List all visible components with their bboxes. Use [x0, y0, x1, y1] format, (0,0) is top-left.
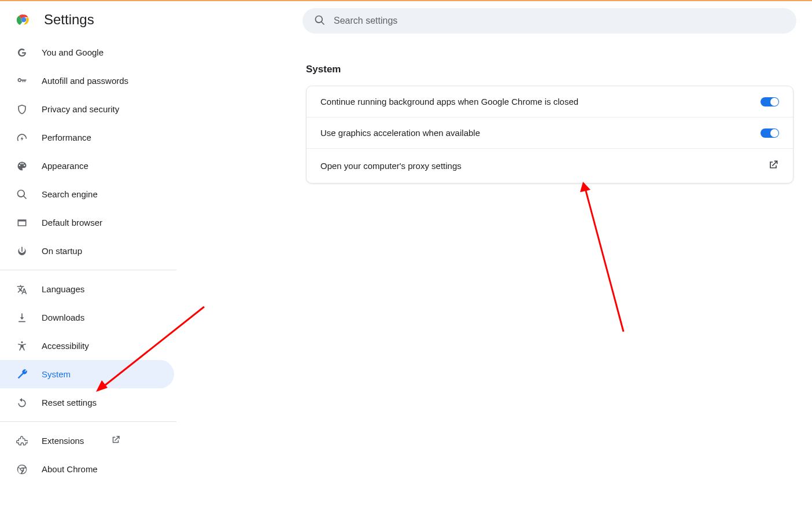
- sidebar-divider: [0, 270, 176, 270]
- sidebar-item-search-engine[interactable]: Search engine: [0, 180, 174, 208]
- sidebar-item-system[interactable]: System: [0, 360, 174, 388]
- sidebar-item-downloads[interactable]: Downloads: [0, 303, 174, 332]
- sidebar-item-accessibility[interactable]: Accessibility: [0, 332, 174, 360]
- toggle-graphics-acceleration[interactable]: [761, 128, 779, 138]
- row-proxy-settings[interactable]: Open your computer's proxy settings: [307, 149, 793, 183]
- wrench-icon: [16, 369, 28, 380]
- sidebar-item-label: Appearance: [42, 161, 88, 171]
- sidebar-item-privacy[interactable]: Privacy and security: [0, 95, 174, 123]
- translate-icon: [16, 284, 28, 295]
- sidebar-item-label: Languages: [42, 284, 84, 294]
- sidebar-item-default-browser[interactable]: Default browser: [0, 208, 174, 237]
- search-bar[interactable]: [302, 8, 796, 34]
- chrome-logo-icon: [16, 12, 31, 27]
- search-icon: [16, 189, 28, 200]
- search-input[interactable]: [334, 16, 785, 26]
- sidebar-item-you-google[interactable]: You and Google: [0, 38, 174, 67]
- sidebar-item-label: Performance: [42, 133, 91, 142]
- sidebar-item-autofill[interactable]: Autofill and passwords: [0, 67, 174, 95]
- sidebar-item-label: Downloads: [42, 313, 84, 322]
- palette-icon: [16, 160, 28, 172]
- settings-card: Continue running background apps when Go…: [306, 86, 793, 183]
- chrome-outline-icon: [16, 464, 28, 475]
- row-label: Use graphics acceleration when available: [320, 128, 480, 138]
- sidebar-item-reset[interactable]: Reset settings: [0, 388, 174, 417]
- sidebar-item-label: Extensions: [42, 436, 84, 446]
- sidebar-item-on-startup[interactable]: On startup: [0, 237, 174, 265]
- sidebar-item-label: Autofill and passwords: [42, 76, 128, 86]
- sidebar-item-appearance[interactable]: Appearance: [0, 152, 174, 180]
- puzzle-icon: [16, 435, 28, 447]
- row-label: Continue running background apps when Go…: [320, 97, 578, 106]
- google-g-icon: [16, 47, 28, 58]
- open-external-icon: [110, 435, 121, 447]
- toggle-background-apps[interactable]: [761, 97, 779, 106]
- row-graphics-acceleration: Use graphics acceleration when available: [307, 117, 793, 149]
- open-external-icon: [767, 159, 779, 172]
- sidebar-header: Settings: [0, 8, 176, 38]
- sidebar-item-languages[interactable]: Languages: [0, 275, 174, 303]
- sidebar-item-label: You and Google: [42, 47, 104, 57]
- accessibility-icon: [16, 340, 28, 352]
- browser-icon: [16, 217, 28, 229]
- shield-icon: [16, 104, 28, 115]
- sidebar-item-label: System: [42, 369, 71, 379]
- row-label: Open your computer's proxy settings: [320, 161, 462, 171]
- sidebar-item-label: About Chrome: [42, 464, 98, 474]
- sidebar-item-label: Default browser: [42, 218, 102, 227]
- sidebar-divider: [0, 421, 176, 422]
- sidebar-item-performance[interactable]: Performance: [0, 123, 174, 152]
- sidebar-item-extensions[interactable]: Extensions: [0, 427, 174, 455]
- main-content: System Continue running background apps …: [176, 1, 812, 507]
- reset-icon: [16, 397, 28, 409]
- power-icon: [16, 245, 28, 257]
- sidebar-item-about[interactable]: About Chrome: [0, 455, 174, 483]
- sidebar-item-label: Accessibility: [42, 341, 89, 351]
- section-heading: System: [306, 64, 798, 75]
- speedometer-icon: [16, 132, 28, 144]
- sidebar-item-label: Search engine: [42, 189, 98, 199]
- download-icon: [16, 312, 28, 324]
- sidebar: Settings You and Google Autofill and pas…: [0, 1, 176, 507]
- page-title: Settings: [44, 12, 94, 28]
- sidebar-item-label: On startup: [42, 246, 82, 256]
- search-icon: [314, 14, 326, 28]
- key-icon: [16, 75, 28, 87]
- sidebar-item-label: Reset settings: [42, 398, 97, 407]
- row-background-apps: Continue running background apps when Go…: [307, 86, 793, 117]
- sidebar-item-label: Privacy and security: [42, 104, 119, 114]
